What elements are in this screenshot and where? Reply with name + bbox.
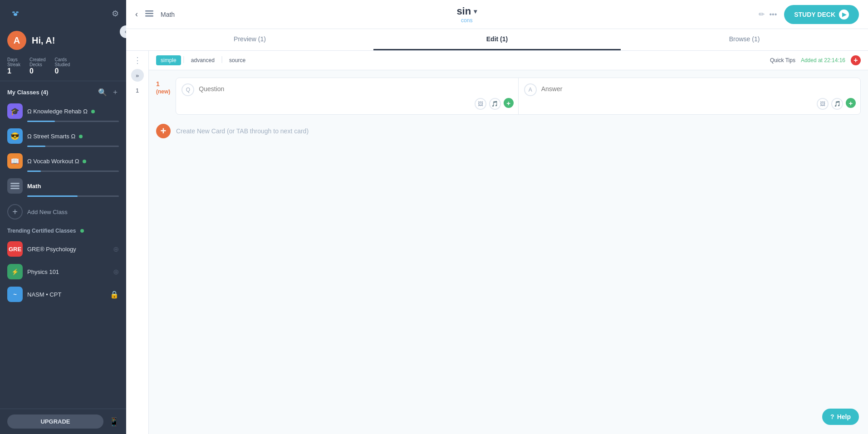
stat-created-decks: CreatedDecks 0 xyxy=(29,57,46,75)
card-options-icon[interactable]: ⋮ xyxy=(133,55,142,65)
deck-title-text: sin xyxy=(456,5,471,17)
svg-rect-9 xyxy=(145,15,153,17)
back-button[interactable]: ‹ xyxy=(135,10,138,19)
help-button[interactable]: ? Help xyxy=(822,409,859,425)
tab-preview[interactable]: Preview (1) xyxy=(126,29,373,50)
add-class-icon[interactable]: ＋ xyxy=(112,88,119,97)
knowledge-rehab-label: Ω Knowledge Rehab Ω xyxy=(27,108,119,115)
sidebar-item-knowledge-rehab[interactable]: 🎓 Ω Knowledge Rehab Ω xyxy=(0,101,126,126)
my-classes-actions: 🔍 ＋ xyxy=(98,88,119,97)
format-tab-advanced[interactable]: advanced xyxy=(186,55,219,65)
nasm-add-icon[interactable]: 🔒 xyxy=(110,290,119,299)
sidebar-footer: UPGRADE 📱 xyxy=(0,409,126,434)
question-audio-button[interactable]: 🎵 xyxy=(489,98,501,110)
sidebar-item-gre-psychology[interactable]: GRE GRE® Psychology ⊕ xyxy=(7,238,119,260)
stat-decks-value: 0 xyxy=(29,67,34,75)
create-card-label: Create New Card (or TAB through to next … xyxy=(176,127,309,135)
svg-point-2 xyxy=(16,11,19,13)
answer-input[interactable] xyxy=(541,83,855,100)
physics-icon: ⚡ xyxy=(7,264,23,279)
question-media-add-button[interactable]: + xyxy=(504,98,514,108)
math-label: Math xyxy=(27,183,119,190)
format-tab-simple[interactable]: simple xyxy=(156,55,181,65)
sidebar-item-nasm[interactable]: ~ NASM • CPT 🔒 xyxy=(7,283,119,306)
format-tabs: simple | advanced | source xyxy=(156,55,250,65)
stat-cards-studied: CardsStudied 0 xyxy=(54,57,70,75)
card-question-panel: Q 🖼 🎵 + xyxy=(176,78,518,114)
street-smarts-label: Ω Street Smarts Ω xyxy=(27,133,119,140)
edit-deck-icon[interactable]: ✏ xyxy=(759,10,765,19)
stat-days-value: 1 xyxy=(7,67,11,75)
question-icon: Q xyxy=(181,83,194,96)
question-media-actions: 🖼 🎵 + xyxy=(475,98,514,110)
quick-tips-link[interactable]: Quick Tips xyxy=(770,57,795,63)
my-classes-header: My Classes (4) 🔍 ＋ xyxy=(0,81,126,101)
my-classes-title: My Classes (4) xyxy=(7,89,48,96)
greeting-text: Hi, A! xyxy=(32,35,55,46)
math-icon xyxy=(7,178,23,194)
stat-decks-label: CreatedDecks xyxy=(29,57,46,67)
more-options-icon[interactable]: ••• xyxy=(769,10,777,19)
tab-browse[interactable]: Browse (1) xyxy=(621,29,868,50)
search-classes-icon[interactable]: 🔍 xyxy=(98,88,107,97)
answer-audio-button[interactable]: 🎵 xyxy=(831,98,843,110)
main-content: ‹ Math sin ▾ cons ✏ ••• STUDY DECK ▶ P xyxy=(126,0,868,434)
add-card-button[interactable]: + xyxy=(851,55,861,65)
expand-panel-button[interactable]: » xyxy=(131,69,144,82)
added-time-badge: Added at 22:14:16 xyxy=(801,57,845,63)
app-logo-icon[interactable] xyxy=(7,5,24,22)
logo-area xyxy=(7,5,24,22)
study-deck-button[interactable]: STUDY DECK ▶ xyxy=(784,5,859,24)
card-editor: Q 🖼 🎵 + A xyxy=(176,78,861,115)
question-input[interactable] xyxy=(199,83,512,100)
study-deck-label: STUDY DECK xyxy=(794,11,835,18)
avatar: A xyxy=(7,31,26,50)
answer-icon: A xyxy=(524,83,537,96)
stat-cards-label: CardsStudied xyxy=(54,57,70,67)
svg-rect-5 xyxy=(10,185,20,187)
format-tab-source[interactable]: source xyxy=(225,55,250,65)
deck-title: sin ▾ xyxy=(456,5,477,17)
left-panel: ⋮ » 1 xyxy=(126,51,149,434)
knowledge-rehab-icon: 🎓 xyxy=(7,103,23,119)
toolbar-right: Quick Tips Added at 22:14:16 + xyxy=(770,55,861,65)
user-section: A Hi, A! xyxy=(0,27,126,57)
tab-edit[interactable]: Edit (1) xyxy=(373,29,621,50)
stat-days-streak: DaysStreak 1 xyxy=(7,57,20,75)
tabs-bar: Preview (1) Edit (1) Browse (1) xyxy=(126,29,868,51)
answer-media-actions: 🖼 🎵 + xyxy=(817,98,856,110)
svg-rect-8 xyxy=(145,13,153,14)
editor-toolbar: simple | advanced | source Quick Tips Ad… xyxy=(149,51,868,70)
breadcrumb-text: Math xyxy=(161,11,175,18)
add-class-circle-icon: + xyxy=(7,204,23,219)
breadcrumb-icon xyxy=(145,10,153,19)
topbar-actions: ✏ ••• xyxy=(759,10,777,19)
create-new-card-row[interactable]: + Create New Card (or TAB through to nex… xyxy=(149,115,868,147)
street-smarts-icon: 😎 xyxy=(7,128,23,144)
mobile-icon[interactable]: 📱 xyxy=(109,417,119,427)
stat-cards-value: 0 xyxy=(54,67,59,75)
deck-title-chevron[interactable]: ▾ xyxy=(474,8,477,15)
create-card-plus-button[interactable]: + xyxy=(156,124,171,138)
upgrade-button[interactable]: UPGRADE xyxy=(7,414,103,429)
answer-media-add-button[interactable]: + xyxy=(846,98,856,108)
physics-add-icon[interactable]: ⊕ xyxy=(113,268,119,276)
card-answer-panel: A 🖼 🎵 + xyxy=(519,78,860,114)
question-image-button[interactable]: 🖼 xyxy=(475,98,486,110)
settings-icon[interactable]: ⚙ xyxy=(112,9,119,19)
sidebar-item-physics-101[interactable]: ⚡ Physics 101 ⊕ xyxy=(7,260,119,283)
topbar: ‹ Math sin ▾ cons ✏ ••• STUDY DECK ▶ xyxy=(126,0,868,29)
sidebar-item-street-smarts[interactable]: 😎 Ω Street Smarts Ω xyxy=(0,126,126,151)
add-new-class-button[interactable]: + Add New Class xyxy=(0,200,126,223)
trending-section: Trending Certified Classes GRE GRE® Psyc… xyxy=(0,223,126,308)
answer-image-button[interactable]: 🖼 xyxy=(817,98,829,110)
content-area: ⋮ » 1 simple | advanced | source Quick T… xyxy=(126,51,868,434)
sidebar-item-vocab-workout[interactable]: 📖 Ω Vocab Workout Ω xyxy=(0,151,126,176)
sidebar-item-math[interactable]: Math xyxy=(0,176,126,200)
svg-rect-7 xyxy=(145,10,153,12)
card-number: 1 (new) xyxy=(156,78,176,115)
add-class-label: Add New Class xyxy=(27,209,68,215)
svg-rect-4 xyxy=(10,183,20,184)
trending-title: Trending Certified Classes xyxy=(7,228,119,234)
gre-add-icon[interactable]: ⊕ xyxy=(113,245,119,254)
